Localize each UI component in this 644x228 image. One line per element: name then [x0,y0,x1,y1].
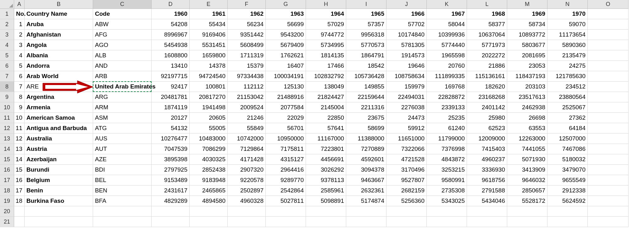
cell-value[interactable]: 10893772 [507,30,547,40]
empty-cell[interactable] [190,217,228,227]
column-header[interactable]: G [266,0,306,9]
cell-country[interactable]: Argentina [25,92,93,102]
cell-value[interactable]: 1914573 [386,50,427,61]
header-year[interactable]: 1962 [228,9,266,19]
cell-value[interactable]: 2462938 [507,102,547,113]
cell-value[interactable]: 11799000 [427,134,467,144]
cell-value[interactable]: 9169406 [190,30,228,40]
cell-value[interactable]: 4315127 [266,154,306,165]
cell-value[interactable]: 3253215 [427,165,467,175]
cell-value[interactable]: 3094378 [346,165,386,175]
cell-no[interactable]: 3 [14,40,25,50]
empty-cell[interactable] [467,206,507,217]
empty-cell[interactable] [588,123,629,134]
cell-value[interactable]: 12009000 [467,134,507,144]
cell-code[interactable]: AZE [93,154,152,165]
cell-no[interactable]: 13 [14,144,25,154]
cell-value[interactable]: 2135479 [547,50,588,61]
empty-cell[interactable] [228,206,266,217]
empty-cell[interactable] [588,30,629,40]
cell-value[interactable]: 118437193 [507,71,547,82]
cell-value[interactable]: 55005 [190,123,228,134]
row-header[interactable]: 9 [0,92,14,102]
cell-value[interactable]: 22029 [266,113,306,123]
cell-value[interactable]: 3026292 [306,165,346,175]
cell-value[interactable]: 24473 [386,113,427,123]
empty-cell[interactable] [547,206,588,217]
cell-no[interactable]: 12 [14,134,25,144]
empty-cell[interactable] [386,206,427,217]
empty-cell[interactable] [588,113,629,123]
cell-value[interactable]: 9351442 [228,30,266,40]
cell-value[interactable]: 24275 [547,61,588,71]
cell-country[interactable]: Andorra [25,61,93,71]
cell-value[interactable]: 10174840 [386,30,427,40]
cell-value[interactable]: 2791588 [467,185,507,196]
cell-value[interactable]: 7441055 [507,144,547,154]
cell-value[interactable]: 5180032 [547,154,588,165]
cell-value[interactable]: 7415403 [467,144,507,154]
cell-value[interactable]: 2632361 [346,185,386,196]
cell-value[interactable]: 4829289 [152,196,190,206]
cell-value[interactable]: 92417 [152,82,190,92]
cell-value[interactable]: 58377 [467,19,507,30]
empty-cell[interactable] [346,217,386,227]
row-header[interactable]: 20 [0,206,14,217]
cell-value[interactable]: 22850 [306,113,346,123]
cell-value[interactable]: 1711319 [228,50,266,61]
cell-value[interactable]: 54208 [152,19,190,30]
row-header[interactable]: 5 [0,50,14,61]
cell-value[interactable]: 5770573 [346,40,386,50]
empty-cell[interactable] [427,206,467,217]
cell-value[interactable]: 5027811 [266,196,306,206]
empty-cell[interactable] [588,175,629,185]
cell-country[interactable]: Antigua and Barbuda [25,123,93,134]
cell-value[interactable]: 9646032 [507,175,547,185]
column-header[interactable]: J [386,0,427,9]
cell-value[interactable]: 9956318 [346,30,386,40]
cell-value[interactable]: 2735308 [427,185,467,196]
cell-value[interactable]: 58734 [507,19,547,30]
empty-cell[interactable] [346,206,386,217]
cell-no[interactable]: 5 [14,61,25,71]
cell-country[interactable]: Austria [25,144,93,154]
empty-cell[interactable] [507,217,547,227]
cell-value[interactable]: 5771973 [467,40,507,50]
cell-country[interactable]: Armenia [25,102,93,113]
cell-country[interactable]: Afghanistan [25,30,93,40]
empty-cell[interactable] [588,134,629,144]
cell-value[interactable]: 21246 [228,113,266,123]
cell-value[interactable]: 22494031 [386,92,427,102]
cell-value[interactable]: 20760 [427,61,467,71]
cell-value[interactable]: 9527807 [386,175,427,185]
cell-value[interactable]: 16407 [266,61,306,71]
cell-value[interactable]: 182620 [467,82,507,92]
cell-value[interactable]: 56701 [266,123,306,134]
empty-cell[interactable] [228,217,266,227]
cell-value[interactable]: 22828872 [427,92,467,102]
row-header[interactable]: 21 [0,217,14,227]
cell-value[interactable]: 7086299 [190,144,228,154]
cell-value[interactable]: 2401142 [467,102,507,113]
cell-code[interactable]: ATG [93,123,152,134]
cell-value[interactable]: 12263000 [507,134,547,144]
cell-value[interactable]: 5734995 [306,40,346,50]
cell-country[interactable]: ARE [25,82,93,92]
empty-cell[interactable] [588,50,629,61]
cell-value[interactable]: 3479070 [547,165,588,175]
header-country[interactable]: Country Name [25,9,93,19]
column-header[interactable]: O [588,0,629,9]
cell-value[interactable]: 112112 [228,82,266,92]
cell-value[interactable]: 5343025 [427,196,467,206]
cell-value[interactable]: 19646 [386,61,427,71]
cell-value[interactable]: 2081695 [507,50,547,61]
cell-value[interactable]: 5528172 [507,196,547,206]
cell-value[interactable]: 2211316 [346,102,386,113]
cell-value[interactable]: 21824427 [306,92,346,102]
cell-code[interactable]: ABW [93,19,152,30]
cell-value[interactable]: 5098891 [306,196,346,206]
cell-value[interactable]: 125130 [266,82,306,92]
cell-value[interactable]: 2585961 [306,185,346,196]
cell-value[interactable]: 10637064 [467,30,507,40]
cell-value[interactable]: 59912 [386,123,427,134]
